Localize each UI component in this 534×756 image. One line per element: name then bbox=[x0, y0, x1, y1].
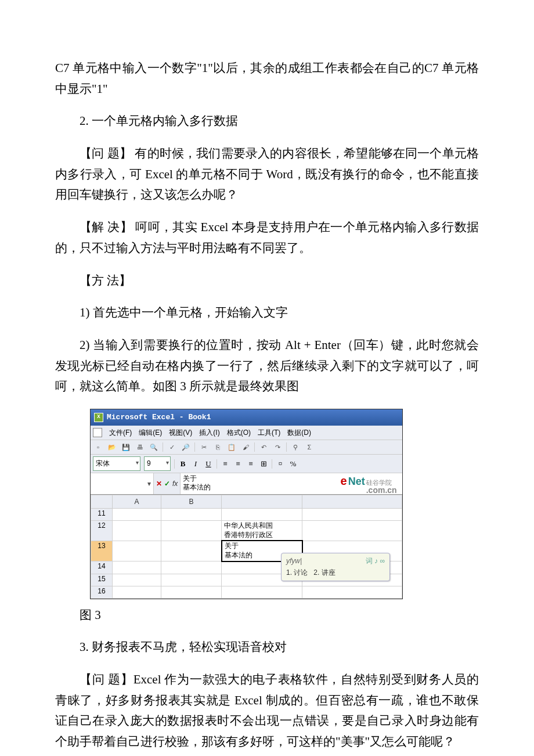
row-header-15[interactable]: 15 bbox=[91, 574, 113, 586]
formatting-toolbar: 宋体 9 B I U ≡ ≡ ≡ ⊞ ¤ % bbox=[91, 455, 402, 473]
cell[interactable] bbox=[113, 561, 161, 574]
paste-icon[interactable]: 📋 bbox=[226, 442, 237, 452]
column-header-c[interactable] bbox=[222, 495, 302, 508]
intro-paragraph: C7 单元格中输入一个数字"1"以后，其余的成组工作表都会在自己的C7 单元格中… bbox=[55, 58, 479, 99]
select-all-corner[interactable] bbox=[91, 495, 113, 508]
window-titlebar: X Microsoft Excel - Book1 bbox=[91, 409, 402, 426]
column-header-a[interactable]: A bbox=[113, 495, 161, 508]
watermark-net: Net bbox=[348, 475, 365, 488]
column-header-b[interactable]: B bbox=[161, 495, 222, 508]
currency-icon[interactable]: ¤ bbox=[276, 459, 285, 469]
cell[interactable] bbox=[161, 509, 222, 521]
menu-file[interactable]: 文件(F) bbox=[109, 427, 132, 438]
cell[interactable] bbox=[161, 541, 222, 561]
align-right-icon[interactable]: ≡ bbox=[246, 459, 255, 469]
name-box[interactable]: ▾ bbox=[91, 473, 154, 494]
align-center-icon[interactable]: ≡ bbox=[233, 459, 243, 469]
heading-section-2: 2. 一个单元格内输入多行数据 bbox=[55, 111, 479, 132]
solution-paragraph: 【解 决】 呵呵，其实 Excel 本身是支持用户在一个单元格内输入多行数据的，… bbox=[55, 217, 479, 258]
row-header-13[interactable]: 13 bbox=[91, 541, 113, 561]
formula-bar: ▾ ✕ ✓ fx 关于 基本法的 e Net 硅谷学院 .com.cn bbox=[91, 473, 402, 495]
cell[interactable] bbox=[222, 586, 302, 598]
cell[interactable] bbox=[161, 574, 222, 586]
step-2: 2) 当输入到需要换行的位置时，按动 Alt + Enter（回车）键，此时您就… bbox=[55, 335, 479, 397]
toolbar-separator bbox=[286, 442, 287, 452]
cell-text: 中华人民共和国 bbox=[224, 521, 273, 530]
open-icon[interactable]: 📂 bbox=[107, 442, 117, 452]
dropdown-icon: ▾ bbox=[147, 478, 151, 489]
preview-icon[interactable]: 🔍 bbox=[149, 442, 159, 452]
excel-app-icon: X bbox=[94, 413, 103, 422]
cell[interactable] bbox=[161, 561, 222, 574]
spellcheck-icon[interactable]: ✓ bbox=[167, 442, 177, 452]
menu-format[interactable]: 格式(O) bbox=[227, 427, 251, 438]
menu-tools[interactable]: 工具(T) bbox=[258, 427, 280, 438]
menu-data[interactable]: 数据(D) bbox=[287, 427, 311, 438]
font-size-dropdown[interactable]: 9 bbox=[144, 456, 171, 470]
cell[interactable] bbox=[222, 509, 302, 521]
menu-insert[interactable]: 插入(I) bbox=[199, 427, 219, 438]
font-name-dropdown[interactable]: 宋体 bbox=[93, 456, 140, 470]
redo-icon[interactable]: ↷ bbox=[272, 442, 283, 452]
toolbar-separator bbox=[272, 459, 272, 469]
cell[interactable] bbox=[113, 509, 161, 521]
formula-text-line2: 基本法的 bbox=[183, 483, 211, 491]
column-header-d[interactable] bbox=[302, 495, 402, 508]
copy-icon[interactable]: ⎘ bbox=[212, 442, 223, 452]
ime-candidate-2[interactable]: 2. 讲座 bbox=[313, 568, 335, 577]
cell[interactable] bbox=[113, 574, 161, 586]
row-header-16[interactable]: 16 bbox=[91, 586, 113, 598]
cell-c12[interactable]: 中华人民共和国 香港特别行政区 bbox=[222, 521, 302, 541]
menu-bar: 文件(F) 编辑(E) 视图(V) 插入(I) 格式(O) 工具(T) 数据(D… bbox=[91, 426, 402, 440]
percent-button[interactable]: % bbox=[288, 459, 298, 469]
italic-button[interactable]: I bbox=[191, 459, 200, 469]
bold-button[interactable]: B bbox=[178, 459, 187, 469]
formula-text-line1: 关于 bbox=[183, 474, 197, 483]
menu-view[interactable]: 视图(V) bbox=[169, 427, 192, 438]
research-icon[interactable]: 🔎 bbox=[181, 442, 191, 452]
cell[interactable] bbox=[113, 521, 161, 541]
hyperlink-icon[interactable]: ⚲ bbox=[290, 442, 301, 452]
toolbar-separator bbox=[174, 459, 175, 469]
save-icon[interactable]: 💾 bbox=[121, 442, 131, 452]
figure-caption: 图 3 bbox=[55, 605, 479, 626]
ime-candidate-1[interactable]: 1. 讨论 bbox=[286, 568, 308, 577]
underline-button[interactable]: U bbox=[204, 459, 213, 469]
ime-candidate-box: yfyw| 词 ♪ ∞ 1. 讨论 2. 讲座 bbox=[281, 553, 390, 581]
cell[interactable] bbox=[302, 586, 402, 598]
cell-text: 基本法的 bbox=[225, 551, 252, 559]
row-header-12[interactable]: 12 bbox=[91, 521, 113, 541]
print-icon[interactable]: 🖶 bbox=[135, 442, 145, 452]
cell[interactable] bbox=[302, 509, 402, 521]
cancel-icon[interactable]: ✕ bbox=[156, 478, 162, 489]
cell[interactable] bbox=[113, 541, 161, 561]
excel-screenshot-figure: X Microsoft Excel - Book1 文件(F) 编辑(E) 视图… bbox=[90, 409, 403, 599]
fx-label[interactable]: fx bbox=[172, 478, 178, 489]
cell[interactable] bbox=[113, 586, 161, 598]
align-left-icon[interactable]: ≡ bbox=[221, 459, 230, 469]
cell[interactable] bbox=[161, 586, 222, 598]
cut-icon[interactable]: ✂ bbox=[199, 442, 209, 452]
question-2-paragraph: 【问 题】Excel 作为一款强大的电子表格软件，自然特别受到财务人员的青睐了，… bbox=[55, 669, 479, 753]
enter-icon[interactable]: ✓ bbox=[164, 478, 170, 489]
new-icon[interactable]: ▫ bbox=[93, 442, 103, 452]
row-header-11[interactable]: 11 bbox=[91, 509, 113, 521]
cell[interactable] bbox=[161, 521, 222, 541]
table-row: 16 bbox=[91, 586, 402, 598]
table-row: 12 中华人民共和国 香港特别行政区 bbox=[91, 521, 402, 541]
row-header-14[interactable]: 14 bbox=[91, 561, 113, 574]
workbook-icon bbox=[93, 428, 102, 437]
undo-icon[interactable]: ↶ bbox=[258, 442, 269, 452]
format-painter-icon[interactable]: 🖌 bbox=[240, 442, 251, 452]
heading-section-3: 3. 财务报表不马虎，轻松实现语音校对 bbox=[55, 637, 479, 658]
cell-text: 关于 bbox=[225, 542, 239, 550]
toolbar-separator bbox=[163, 442, 163, 452]
merge-icon[interactable]: ⊞ bbox=[259, 459, 268, 469]
menu-edit[interactable]: 编辑(E) bbox=[139, 427, 162, 438]
ime-mode-icons: 词 ♪ ∞ bbox=[366, 555, 385, 567]
cell[interactable] bbox=[302, 521, 402, 541]
autosum-icon[interactable]: Σ bbox=[304, 442, 315, 452]
formula-content[interactable]: 关于 基本法的 e Net 硅谷学院 .com.cn School.eNet.c… bbox=[180, 473, 402, 494]
question-paragraph: 【问 题】 有的时候，我们需要录入的内容很长，希望能够在同一个单元格内多行录入，… bbox=[55, 143, 479, 206]
document-page: C7 单元格中输入一个数字"1"以后，其余的成组工作表都会在自己的C7 单元格中… bbox=[0, 0, 534, 756]
